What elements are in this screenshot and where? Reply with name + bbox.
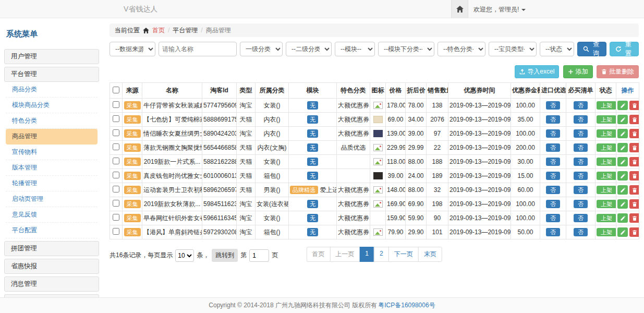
sidebar-item-link[interactable]: 启动页管理 bbox=[6, 191, 98, 207]
data-source-select[interactable]: --数据来源-- bbox=[110, 42, 155, 56]
must-buy-badge[interactable]: 否 bbox=[574, 129, 588, 138]
edit-button[interactable] bbox=[617, 157, 628, 166]
per-page-select[interactable]: 10 bbox=[175, 249, 194, 262]
sidebar-item-link[interactable]: 版本管理 bbox=[6, 160, 98, 176]
pager-page-current[interactable]: 1 bbox=[359, 247, 374, 262]
search-button[interactable]: 查询 bbox=[577, 42, 606, 56]
status-badge[interactable]: 上架 bbox=[597, 172, 616, 180]
row-checkbox[interactable] bbox=[113, 115, 119, 122]
status-badge[interactable]: 上架 bbox=[597, 115, 616, 124]
edit-button[interactable] bbox=[617, 101, 628, 110]
user-menu[interactable]: 欢迎您，管理员! bbox=[473, 5, 526, 14]
row-checkbox[interactable] bbox=[113, 158, 119, 164]
sidebar-item-link[interactable]: 特色分类 bbox=[6, 113, 98, 129]
must-buy-badge[interactable]: 否 bbox=[574, 186, 588, 194]
edit-button[interactable] bbox=[617, 115, 628, 124]
pager-button[interactable]: 下一页 bbox=[388, 247, 419, 262]
row-checkbox[interactable] bbox=[113, 129, 119, 136]
row-checkbox[interactable] bbox=[113, 172, 119, 178]
status-badge[interactable]: 上架 bbox=[597, 158, 616, 166]
delete-button[interactable] bbox=[629, 115, 639, 124]
pager-button[interactable]: 2 bbox=[374, 247, 389, 262]
sidebar-item-link[interactable]: 轮播管理 bbox=[6, 176, 98, 191]
edit-button[interactable] bbox=[617, 129, 628, 138]
add-button[interactable]: 添加 bbox=[563, 65, 593, 78]
delete-button[interactable] bbox=[629, 213, 639, 223]
must-buy-badge[interactable]: 否 bbox=[574, 228, 588, 236]
item-type-select[interactable]: --宝贝类型-- bbox=[489, 42, 537, 56]
module-subcategory-select[interactable]: --模块下分类-- bbox=[378, 42, 434, 56]
sidebar-item-link[interactable]: 宣传物料 bbox=[6, 145, 98, 160]
status-badge[interactable]: 上架 bbox=[597, 186, 616, 194]
sidebar-item-group[interactable]: 拼团管理 bbox=[4, 241, 99, 256]
row-checkbox[interactable] bbox=[113, 214, 119, 221]
row-checkbox[interactable] bbox=[113, 200, 119, 207]
status-badge[interactable]: 上架 bbox=[597, 143, 616, 152]
edit-button[interactable] bbox=[617, 185, 628, 195]
delete-button[interactable] bbox=[629, 129, 639, 138]
select-all-checkbox[interactable] bbox=[113, 87, 119, 93]
import-excel-button[interactable]: 导入excel bbox=[515, 65, 559, 78]
edit-button[interactable] bbox=[617, 171, 628, 180]
status-badge[interactable]: 上架 bbox=[597, 200, 616, 208]
batch-delete-button[interactable]: 批量删除 bbox=[597, 65, 639, 78]
import-select-badge[interactable]: 否 bbox=[546, 200, 560, 208]
edit-button[interactable] bbox=[617, 227, 628, 237]
status-badge[interactable]: 上架 bbox=[597, 228, 616, 236]
sidebar-item-group[interactable]: 用户管理 bbox=[4, 49, 99, 64]
must-buy-badge[interactable]: 否 bbox=[574, 143, 588, 152]
module-select[interactable]: --模块-- bbox=[335, 42, 375, 56]
sidebar-item-link[interactable]: 商品分类 bbox=[6, 82, 98, 98]
import-select-badge[interactable]: 否 bbox=[546, 115, 560, 124]
pager-button[interactable]: 上一页 bbox=[330, 247, 360, 262]
delete-button[interactable] bbox=[629, 185, 639, 195]
delete-button[interactable] bbox=[629, 171, 639, 180]
delete-button[interactable] bbox=[629, 143, 639, 152]
must-buy-badge[interactable]: 否 bbox=[574, 115, 588, 124]
breadcrumb-home-link[interactable]: 首页 bbox=[152, 26, 165, 35]
home-button[interactable] bbox=[451, 0, 468, 18]
row-checkbox[interactable] bbox=[113, 101, 119, 108]
row-checkbox[interactable] bbox=[113, 186, 119, 192]
must-buy-badge[interactable]: 否 bbox=[574, 200, 588, 208]
sidebar-item-group[interactable]: 省惠快报 bbox=[4, 259, 99, 274]
jump-page-input[interactable] bbox=[249, 249, 269, 262]
jump-button[interactable]: 跳转到 bbox=[212, 249, 238, 262]
import-select-badge[interactable]: 否 bbox=[546, 214, 560, 222]
sidebar-item-group[interactable]: 平台管理 bbox=[4, 67, 99, 82]
status-badge[interactable]: 上架 bbox=[597, 101, 616, 110]
sidebar-item-link[interactable]: 模块商品分类 bbox=[6, 98, 98, 113]
edit-button[interactable] bbox=[617, 199, 628, 209]
edit-button[interactable] bbox=[617, 213, 628, 223]
import-select-badge[interactable]: 否 bbox=[546, 143, 560, 152]
must-buy-badge[interactable]: 否 bbox=[574, 158, 588, 166]
delete-button[interactable] bbox=[629, 199, 639, 209]
row-checkbox[interactable] bbox=[113, 143, 119, 150]
must-buy-badge[interactable]: 否 bbox=[574, 214, 588, 222]
row-checkbox[interactable] bbox=[113, 228, 119, 235]
icp-link[interactable]: 粤ICP备16098006号 bbox=[378, 301, 435, 310]
name-input[interactable] bbox=[159, 42, 237, 56]
import-select-badge[interactable]: 否 bbox=[546, 101, 560, 110]
sidebar-item-link[interactable]: 商品管理 bbox=[6, 129, 98, 145]
delete-button[interactable] bbox=[629, 157, 639, 166]
level1-category-select[interactable]: 一级分类 bbox=[240, 42, 283, 56]
level2-category-select[interactable]: --二级分类-- bbox=[286, 42, 332, 56]
import-select-badge[interactable]: 否 bbox=[546, 228, 560, 236]
feature-category-select[interactable]: --特色分类-- bbox=[438, 42, 485, 56]
import-select-badge[interactable]: 否 bbox=[546, 158, 560, 166]
import-select-badge[interactable]: 否 bbox=[546, 186, 560, 194]
pager-button[interactable]: 末页 bbox=[418, 247, 442, 262]
status-badge[interactable]: 上架 bbox=[597, 129, 616, 138]
reset-button[interactable]: 重置 bbox=[610, 42, 639, 56]
status-select[interactable]: --状态-- bbox=[540, 42, 574, 56]
import-select-badge[interactable]: 否 bbox=[546, 129, 560, 138]
must-buy-badge[interactable]: 否 bbox=[574, 172, 588, 180]
edit-button[interactable] bbox=[617, 143, 628, 152]
sidebar-item-link[interactable]: 平台配置 bbox=[6, 223, 98, 238]
sidebar-item-link[interactable]: 意见反馈 bbox=[6, 207, 98, 223]
pager-button[interactable]: 首页 bbox=[306, 247, 330, 262]
delete-button[interactable] bbox=[629, 101, 639, 110]
status-badge[interactable]: 上架 bbox=[597, 214, 616, 222]
delete-button[interactable] bbox=[629, 227, 639, 237]
